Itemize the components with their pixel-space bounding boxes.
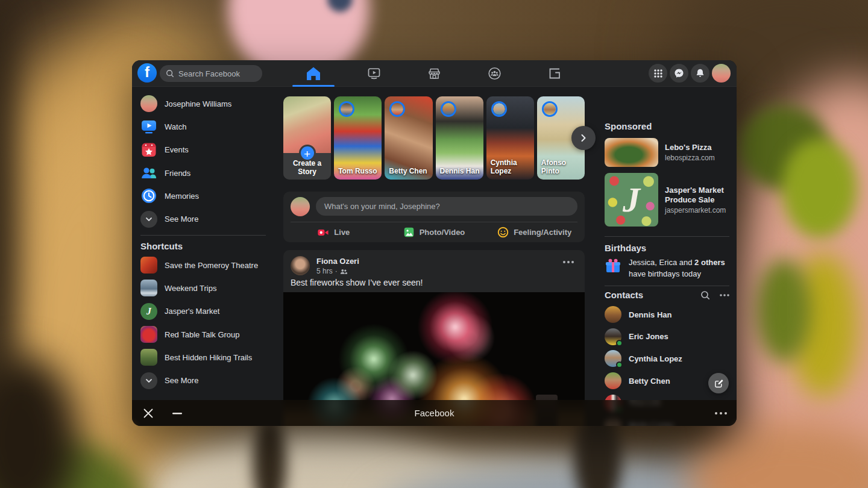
live-video-button[interactable]: Live: [283, 222, 384, 242]
story-name: Cynthia Lopez: [491, 158, 531, 175]
contact-avatar: [605, 328, 621, 345]
shortcut-red-table-talk[interactable]: Red Table Talk Group: [138, 323, 274, 346]
contacts-more-icon[interactable]: [720, 294, 729, 296]
post-author-name[interactable]: Fiona Ozeri: [316, 257, 359, 266]
birthdays-row[interactable]: Jessica, Erica and 2 others have birthda…: [605, 257, 729, 280]
avatar: [140, 95, 157, 112]
window-control-bar: Facebook: [132, 400, 737, 426]
photo-video-button[interactable]: Photo/Video: [384, 222, 485, 242]
composer-input[interactable]: What's on your mind, Josephine?: [316, 197, 577, 216]
composer-actions: Live Photo/Video Feeling/Activity: [283, 222, 585, 242]
search-icon: [166, 69, 174, 78]
ad-url: jaspersmarket.com: [665, 206, 729, 214]
contact-eric-jones[interactable]: Eric Jones: [605, 326, 729, 348]
shortcut-hiking-trails[interactable]: Best Hidden Hiking Trails: [138, 346, 274, 369]
edit-pencil-icon: [714, 378, 724, 389]
story-card[interactable]: Tom Russo: [334, 96, 382, 180]
messenger-button[interactable]: [670, 64, 688, 83]
shortcut-thumbnail: [140, 326, 157, 343]
sidebar-item-profile[interactable]: Josephine Williams: [138, 92, 274, 115]
app-menu-button[interactable]: [649, 64, 667, 83]
contacts-search-icon[interactable]: [700, 290, 710, 300]
shortcut-label: See More: [165, 376, 198, 385]
sponsored-title: Sponsored: [605, 121, 652, 131]
chevron-down-icon: [140, 372, 157, 389]
profile-button[interactable]: [712, 64, 731, 83]
sidebar-divider: [140, 235, 266, 236]
new-message-button[interactable]: [708, 373, 729, 393]
ad-title: Lebo's Pizza: [665, 143, 715, 152]
shortcut-weekend-trips[interactable]: Weekend Trips: [138, 277, 274, 299]
contact-dennis-han[interactable]: Dennis Han: [605, 304, 729, 326]
post-timestamp: 5 hrs: [316, 267, 333, 275]
post-composer: What's on your mind, Josephine? Live Pho…: [283, 192, 585, 242]
tab-gaming[interactable]: [524, 60, 585, 87]
messenger-icon: [674, 68, 684, 78]
shortcut-label: Best Hidden Hiking Trails: [165, 353, 252, 362]
sidebar-item-events[interactable]: Events: [138, 139, 274, 161]
feeling-activity-button[interactable]: Feeling/Activity: [484, 222, 585, 242]
ad-url: lebospizza.com: [665, 154, 715, 162]
sponsored-ad-jaspers-market[interactable]: J Jasper's Market Produce Sale jaspersma…: [605, 173, 729, 227]
contact-avatar: [605, 372, 621, 389]
contacts-header: Contacts: [605, 290, 729, 300]
contact-avatar: [605, 306, 621, 323]
online-dot: [616, 361, 623, 368]
birthday-text: Jessica, Erica and 2 others have birthda…: [629, 257, 729, 280]
search-input[interactable]: Search Facebook: [160, 65, 262, 82]
shortcut-thumbnail: J: [140, 303, 157, 320]
shortcut-pomeroy-theatre[interactable]: Save the Pomeroy Theatre: [138, 254, 274, 277]
story-name: Tom Russo: [338, 167, 379, 175]
contact-cynthia-lopez[interactable]: Cynthia Lopez: [605, 348, 729, 370]
composer-placeholder: What's on your mind, Josephine?: [324, 202, 440, 211]
sidebar-item-label: Friends: [165, 169, 190, 178]
shortcut-label: Red Table Talk Group: [165, 330, 240, 339]
tab-watch[interactable]: [344, 60, 404, 87]
online-dot: [616, 340, 623, 346]
post-author-avatar[interactable]: [291, 256, 310, 275]
shortcuts-see-more[interactable]: See More: [138, 369, 274, 392]
facebook-window: f Search Facebook: [132, 60, 737, 426]
shortcuts-list: Save the Pomeroy Theatre Weekend Trips J…: [138, 254, 274, 392]
story-card[interactable]: Dennis Han: [436, 96, 483, 180]
tab-marketplace[interactable]: [404, 60, 464, 87]
story-avatar: [339, 101, 354, 117]
topbar-right-buttons: [649, 64, 731, 83]
facebook-logo-icon[interactable]: f: [137, 63, 157, 83]
shortcut-thumbnail: [140, 349, 157, 366]
stories-next-button[interactable]: [571, 126, 596, 150]
contact-name: Dennis Han: [629, 310, 672, 319]
shortcut-jaspers-market[interactable]: J Jasper's Market: [138, 300, 274, 323]
sidebar-item-label: Events: [165, 145, 189, 154]
sidebar-item-friends[interactable]: Friends: [138, 161, 274, 184]
notifications-button[interactable]: [691, 64, 709, 83]
post-options-button[interactable]: [561, 258, 576, 266]
story-card[interactable]: Cynthia Lopez: [486, 96, 534, 180]
tab-home[interactable]: [283, 60, 344, 87]
story-card[interactable]: Betty Chen: [385, 96, 432, 180]
story-name: Dennis Han: [440, 167, 480, 175]
sidebar-item-watch[interactable]: Watch: [138, 115, 274, 138]
sponsored-ad-lebos-pizza[interactable]: Lebo's Pizza lebospizza.com: [605, 138, 729, 167]
sidebar-item-see-more[interactable]: See More: [138, 207, 274, 230]
action-label: Photo/Video: [420, 228, 465, 237]
tab-groups[interactable]: [464, 60, 524, 87]
gift-icon: [605, 257, 621, 280]
create-story-card[interactable]: + Create a Story: [283, 96, 331, 180]
shortcut-thumbnail: [140, 257, 157, 274]
window-more-options-button[interactable]: [715, 412, 727, 414]
chevron-right-icon: [579, 134, 588, 142]
ad-title: Jasper's Market Produce Sale: [665, 186, 729, 205]
post-text: Best fireworks show I’ve ever seen!: [291, 278, 423, 287]
live-video-icon: [317, 227, 329, 238]
contact-name: Cynthia Lopez: [629, 354, 682, 363]
story-avatar: [491, 101, 507, 117]
composer-avatar: [291, 197, 310, 216]
sidebar-item-memories[interactable]: Memories: [138, 184, 274, 207]
watch-icon: [366, 66, 382, 81]
contacts-title: Contacts: [605, 290, 643, 300]
profile-avatar: [712, 64, 731, 83]
ad-image: J: [605, 173, 658, 227]
birthday-text-post: have birthdays today: [629, 269, 701, 278]
grid-menu-icon: [653, 69, 663, 78]
